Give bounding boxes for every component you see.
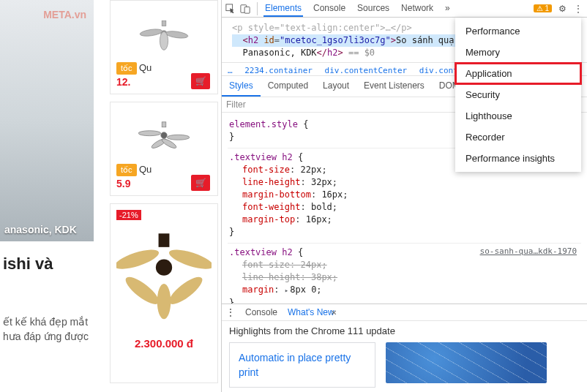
whats-new-headline: Highlights from the Chrome 111 update xyxy=(229,325,580,336)
cart-icon: 🛒 xyxy=(195,178,206,188)
tab-styles[interactable]: Styles xyxy=(222,76,261,97)
page-background-left: META.vn anasonic, KDK ishi và ết kế khá … xyxy=(0,0,110,392)
tab-layout[interactable]: Layout xyxy=(315,76,356,97)
dropdown-item-security[interactable]: Security xyxy=(455,84,581,105)
page-paragraph: ết kế khá đẹp mắt hưa đáp ứng được xyxy=(0,314,110,344)
tab-computed[interactable]: Computed xyxy=(261,76,315,97)
product-image xyxy=(138,8,190,59)
whats-new-card[interactable]: Automatic in place pretty print xyxy=(229,342,375,388)
kebab-icon[interactable]: ⋮ xyxy=(226,307,235,317)
more-tabs-button[interactable]: » xyxy=(444,0,452,17)
svg-point-8 xyxy=(167,135,190,140)
product-card[interactable]: tốc Qu 12. 🛒 xyxy=(110,0,218,94)
svg-point-15 xyxy=(122,273,162,309)
svg-point-12 xyxy=(156,260,172,276)
svg-point-2 xyxy=(140,28,163,37)
kebab-icon[interactable]: ⋮ xyxy=(572,3,584,15)
product-title: Qu xyxy=(139,164,152,175)
tab-network[interactable]: Network xyxy=(400,0,435,17)
source-link[interactable]: so-sanh-qua…kdk-1970 xyxy=(480,245,577,257)
dropdown-item-recorder[interactable]: Recorder xyxy=(455,127,581,148)
product-title: Qu xyxy=(139,62,152,73)
product-card[interactable]: -21% 2.300.000 đ xyxy=(110,203,218,383)
hero-image: META.vn anasonic, KDK xyxy=(0,0,94,241)
inspect-icon[interactable] xyxy=(225,3,236,15)
discount-badge: -21% xyxy=(116,210,141,220)
drawer-tab-whats-new[interactable]: What's New ✕ xyxy=(288,307,337,317)
more-tabs-dropdown: Performance Memory Application Security … xyxy=(455,18,581,172)
drawer-tabs: ⋮ Console What's New ✕ xyxy=(222,304,587,321)
svg-point-17 xyxy=(157,284,171,319)
product-image xyxy=(138,110,190,161)
svg-point-4 xyxy=(160,31,168,50)
add-to-cart-button[interactable]: 🛒 xyxy=(191,175,210,191)
devtools-main-tabs: Elements Console Sources Network » xyxy=(263,0,452,17)
hero-caption: anasonic, KDK xyxy=(4,224,77,235)
svg-point-14 xyxy=(167,246,212,273)
svg-point-13 xyxy=(116,246,161,273)
cart-icon: 🛒 xyxy=(195,76,206,86)
product-card[interactable]: tốc Qu 5.9 🛒 xyxy=(110,102,218,196)
svg-point-3 xyxy=(165,30,189,39)
devtools-panel: Elements Console Sources Network » ⚠ 1 ⚙… xyxy=(221,0,587,392)
dropdown-item-application[interactable]: Application xyxy=(455,63,581,84)
tab-elements[interactable]: Elements xyxy=(263,0,303,17)
close-icon[interactable]: ✕ xyxy=(331,309,337,317)
svg-point-6 xyxy=(161,132,167,138)
dropdown-item-performance[interactable]: Performance xyxy=(455,20,581,42)
drawer-tab-console[interactable]: Console xyxy=(245,307,277,317)
page-heading: ishi và xyxy=(0,255,110,274)
svg-rect-20 xyxy=(244,7,250,13)
gear-icon[interactable]: ⚙ xyxy=(556,3,568,15)
add-to-cart-button[interactable]: 🛒 xyxy=(191,73,210,89)
devtools-toolbar: Elements Console Sources Network » ⚠ 1 ⚙… xyxy=(222,0,587,18)
whats-new-image xyxy=(386,342,547,383)
svg-rect-0 xyxy=(162,21,166,26)
devtools-drawer: ⋮ Console What's New ✕ Highlights from t… xyxy=(222,304,587,392)
product-image xyxy=(116,223,212,325)
dropdown-item-lighthouse[interactable]: Lighthouse xyxy=(455,105,581,127)
svg-point-7 xyxy=(138,131,161,136)
device-toggle-icon[interactable] xyxy=(239,3,251,15)
dropdown-item-performance-insights[interactable]: Performance insights xyxy=(455,148,581,169)
warning-badge[interactable]: ⚠ 1 xyxy=(534,4,552,12)
svg-point-16 xyxy=(165,273,206,309)
svg-rect-11 xyxy=(159,233,170,247)
svg-rect-5 xyxy=(162,122,166,127)
shipping-badge: tốc xyxy=(116,62,137,75)
product-column: tốc Qu 12. 🛒 tốc Qu 5.9 🛒 -21% 2.300.000… xyxy=(110,0,221,392)
tab-event-listeners[interactable]: Event Listeners xyxy=(356,76,432,97)
drawer-body: Highlights from the Chrome 111 update Au… xyxy=(222,321,587,392)
product-price: 2.300.000 đ xyxy=(116,337,212,350)
dropdown-item-memory[interactable]: Memory xyxy=(455,42,581,63)
tab-sources[interactable]: Sources xyxy=(356,0,391,17)
tab-console[interactable]: Console xyxy=(312,0,347,17)
watermark: META.vn xyxy=(43,9,86,20)
shipping-badge: tốc xyxy=(116,164,137,176)
